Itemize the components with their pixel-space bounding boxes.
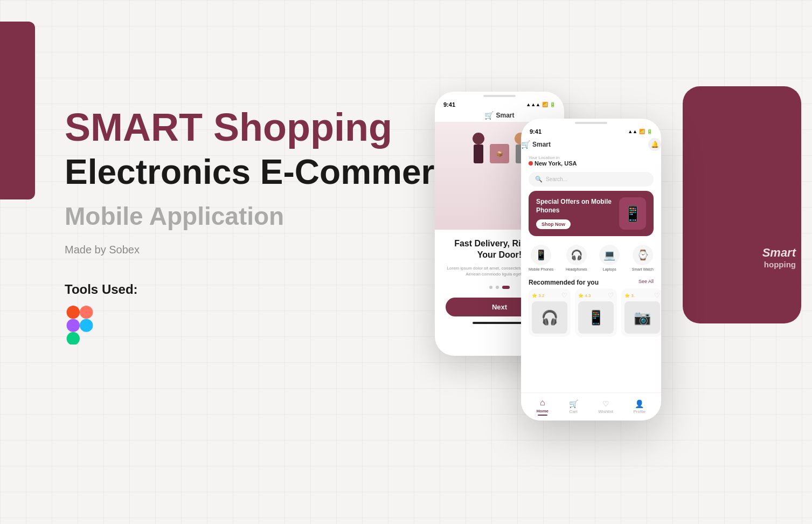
- categories-row: 📱 Mobile Phones 🎧 Headphones 💻 Laptops ⌚…: [521, 240, 661, 275]
- svg-rect-2: [67, 319, 80, 332]
- figma-icon: [65, 306, 95, 349]
- search-icon: 🔍: [535, 176, 543, 183]
- banner-title: Special Offers on Mobile Phones: [536, 198, 619, 215]
- wishlist-nav-label: Wishlist: [598, 409, 613, 414]
- cart-icon-front: 🛒: [521, 140, 530, 149]
- product-top-2: ⭐ 4.3 ♡: [578, 292, 614, 299]
- location-dot-icon: [529, 161, 533, 166]
- phone-main-app: 9:41 ▲▲ 📶 🔋 🛒 Smart 🔔 Your Location in N…: [521, 119, 661, 420]
- home-indicator-mid: [473, 322, 526, 324]
- location-value: New York, USA: [529, 160, 577, 167]
- product-img-3: 📷: [624, 301, 660, 334]
- product-img-1: 🎧: [532, 301, 567, 334]
- logo-text-front: Smart: [532, 141, 551, 148]
- cat-icon-phones: 📱: [531, 245, 551, 265]
- product-rating-3: ⭐ 3.: [624, 293, 635, 298]
- svg-point-4: [80, 319, 93, 332]
- made-by-text: Made by Sobex: [65, 244, 473, 256]
- product-card-3[interactable]: ⭐ 3. ♡ 📷: [621, 288, 661, 337]
- product-rating-2: ⭐ 4.3: [578, 293, 591, 298]
- product-img-2: 📱: [578, 301, 614, 334]
- hero-content: SMART Shopping Electronics E-Commerce Mo…: [65, 108, 473, 349]
- phone-back-text: Smart hopping: [762, 246, 796, 270]
- wishlist-btn-3[interactable]: ♡: [654, 292, 660, 299]
- cat-label-phones: Mobile Phones: [529, 267, 553, 271]
- location-city: New York, USA: [535, 160, 577, 167]
- promo-banner: Special Offers on Mobile Phones Shop Now…: [529, 191, 654, 236]
- category-laptops[interactable]: 💻 Laptops: [599, 245, 620, 271]
- nav-active-indicator: [538, 415, 547, 416]
- wishlist-nav-icon: ♡: [602, 399, 609, 408]
- bottom-nav: ⌂ Home 🛒 Cart ♡ Wishlist 👤 Profile: [521, 392, 661, 420]
- product-card-2[interactable]: ⭐ 4.3 ♡ 📱: [575, 288, 617, 337]
- dot-2: [496, 286, 499, 289]
- title-smart: SMART Shopping: [65, 108, 473, 147]
- cat-icon-watch: ⌚: [633, 245, 653, 265]
- product-rating-1: ⭐ 3.2: [532, 293, 544, 298]
- recommended-header: Recommended for you See All: [521, 275, 661, 288]
- cart-nav-label: Cart: [570, 409, 578, 414]
- dot-1: [489, 286, 492, 289]
- phone-logo-front: 🛒 Smart 🔔: [521, 135, 661, 153]
- profile-nav-icon: 👤: [635, 399, 644, 408]
- wishlist-btn-1[interactable]: ♡: [561, 292, 567, 299]
- cart-nav-icon: 🛒: [569, 399, 578, 408]
- svg-rect-3: [67, 332, 80, 344]
- profile-nav-label: Profile: [633, 409, 646, 414]
- banner-text: Special Offers on Mobile Phones Shop Now: [536, 198, 619, 229]
- status-time-mid: 9:41: [443, 101, 455, 108]
- status-icons-front: ▲▲ 📶 🔋: [628, 129, 653, 134]
- cat-icon-headphones: 🎧: [566, 245, 587, 265]
- svg-rect-0: [67, 306, 80, 319]
- location-label: Your Location in: [529, 155, 577, 160]
- recommended-title: Recommended for you: [529, 279, 599, 286]
- notification-bell[interactable]: 🔔: [648, 138, 661, 151]
- home-nav-icon: ⌂: [540, 398, 545, 408]
- search-bar[interactable]: 🔍 Search...: [529, 172, 654, 187]
- category-smartwatch[interactable]: ⌚ Smart Watch: [632, 245, 654, 271]
- nav-cart[interactable]: 🛒 Cart: [569, 399, 578, 414]
- back-text-line1: Smart: [762, 246, 796, 260]
- cat-label-laptops: Laptops: [603, 267, 616, 271]
- see-all-link[interactable]: See All: [639, 279, 654, 286]
- cat-label-headphones: Headphones: [566, 267, 587, 271]
- nav-profile[interactable]: 👤 Profile: [633, 399, 646, 414]
- search-placeholder: Search...: [546, 176, 567, 182]
- status-icons-mid: ▲▲▲ 📶 🔋: [526, 102, 556, 107]
- nav-home[interactable]: ⌂ Home: [537, 398, 549, 416]
- phones-area: Smart hopping 9:41 ▲▲▲ 📶 🔋 🛒 Smart: [435, 54, 801, 474]
- category-headphones[interactable]: 🎧 Headphones: [566, 245, 587, 271]
- status-time-front: 9:41: [530, 128, 542, 135]
- title-ecommerce: Electronics E-Commerce: [65, 153, 473, 191]
- tools-label: Tools Used:: [65, 282, 473, 297]
- cat-label-watch: Smart Watch: [632, 267, 654, 271]
- status-bar-mid: 9:41 ▲▲▲ 📶 🔋: [435, 97, 564, 108]
- cat-icon-laptops: 💻: [599, 245, 620, 265]
- dot-3: [502, 286, 510, 289]
- location-row: Your Location in New York, USA: [521, 153, 661, 169]
- logo-text-mid: Smart: [496, 112, 514, 119]
- title-mobile: Mobile Application: [65, 202, 473, 231]
- product-top-1: ⭐ 3.2 ♡: [532, 292, 567, 299]
- left-decoration: [0, 22, 35, 199]
- shop-now-button[interactable]: Shop Now: [536, 219, 571, 229]
- phone-back-decoration: Smart hopping: [683, 86, 801, 323]
- banner-product-image: 📱: [619, 197, 646, 230]
- cart-icon: 🛒: [484, 111, 494, 120]
- home-nav-label: Home: [537, 409, 549, 413]
- status-bar-front: 9:41 ▲▲ 📶 🔋: [521, 124, 661, 135]
- back-text-line2: hopping: [762, 260, 796, 270]
- product-card-1[interactable]: ⭐ 3.2 ♡ 🎧: [529, 288, 571, 337]
- products-row: ⭐ 3.2 ♡ 🎧 ⭐ 4.3 ♡ 📱 ⭐ 3. ♡ 📷: [521, 288, 661, 337]
- nav-wishlist[interactable]: ♡ Wishlist: [598, 399, 613, 414]
- product-top-3: ⭐ 3. ♡: [624, 292, 660, 299]
- wishlist-btn-2[interactable]: ♡: [608, 292, 614, 299]
- category-mobile-phones[interactable]: 📱 Mobile Phones: [529, 245, 553, 271]
- svg-rect-1: [80, 306, 93, 319]
